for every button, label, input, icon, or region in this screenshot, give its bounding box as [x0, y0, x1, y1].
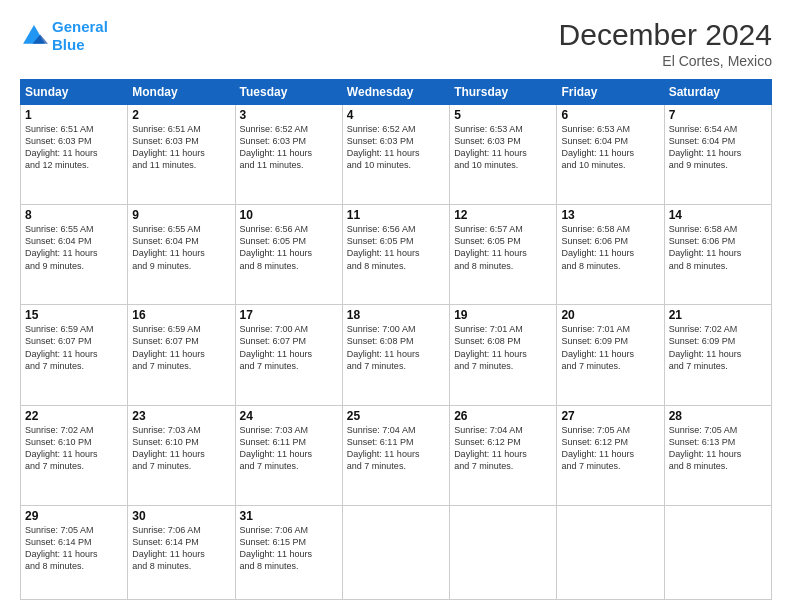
day-number: 15 — [25, 308, 123, 322]
day-number: 1 — [25, 108, 123, 122]
day-info: Sunrise: 7:05 AM Sunset: 6:12 PM Dayligh… — [561, 424, 659, 473]
day-info: Sunrise: 6:52 AM Sunset: 6:03 PM Dayligh… — [240, 123, 338, 172]
week-row-1: 1Sunrise: 6:51 AM Sunset: 6:03 PM Daylig… — [21, 105, 772, 205]
day-info: Sunrise: 7:03 AM Sunset: 6:11 PM Dayligh… — [240, 424, 338, 473]
day-number: 3 — [240, 108, 338, 122]
day-number: 28 — [669, 409, 767, 423]
column-header-sunday: Sunday — [21, 80, 128, 105]
day-number: 5 — [454, 108, 552, 122]
logo-icon — [20, 22, 48, 50]
day-number: 2 — [132, 108, 230, 122]
day-info: Sunrise: 7:06 AM Sunset: 6:15 PM Dayligh… — [240, 524, 338, 573]
day-info: Sunrise: 7:04 AM Sunset: 6:11 PM Dayligh… — [347, 424, 445, 473]
column-header-friday: Friday — [557, 80, 664, 105]
week-row-2: 8Sunrise: 6:55 AM Sunset: 6:04 PM Daylig… — [21, 205, 772, 305]
day-info: Sunrise: 6:53 AM Sunset: 6:03 PM Dayligh… — [454, 123, 552, 172]
day-info: Sunrise: 7:00 AM Sunset: 6:07 PM Dayligh… — [240, 323, 338, 372]
day-info: Sunrise: 7:02 AM Sunset: 6:10 PM Dayligh… — [25, 424, 123, 473]
day-number: 18 — [347, 308, 445, 322]
day-number: 11 — [347, 208, 445, 222]
page: General Blue December 2024 El Cortes, Me… — [0, 0, 792, 612]
day-info: Sunrise: 6:56 AM Sunset: 6:05 PM Dayligh… — [347, 223, 445, 272]
day-info: Sunrise: 7:02 AM Sunset: 6:09 PM Dayligh… — [669, 323, 767, 372]
day-info: Sunrise: 6:59 AM Sunset: 6:07 PM Dayligh… — [25, 323, 123, 372]
calendar-cell — [664, 505, 771, 599]
day-number: 19 — [454, 308, 552, 322]
calendar-cell — [342, 505, 449, 599]
day-info: Sunrise: 7:00 AM Sunset: 6:08 PM Dayligh… — [347, 323, 445, 372]
calendar-cell: 6Sunrise: 6:53 AM Sunset: 6:04 PM Daylig… — [557, 105, 664, 205]
day-number: 22 — [25, 409, 123, 423]
calendar-cell — [450, 505, 557, 599]
column-header-thursday: Thursday — [450, 80, 557, 105]
calendar-cell: 15Sunrise: 6:59 AM Sunset: 6:07 PM Dayli… — [21, 305, 128, 405]
day-number: 31 — [240, 509, 338, 523]
day-number: 30 — [132, 509, 230, 523]
calendar-cell: 24Sunrise: 7:03 AM Sunset: 6:11 PM Dayli… — [235, 405, 342, 505]
logo-text: General Blue — [52, 18, 108, 54]
day-number: 4 — [347, 108, 445, 122]
day-number: 6 — [561, 108, 659, 122]
calendar-title: December 2024 — [559, 18, 772, 51]
day-number: 9 — [132, 208, 230, 222]
calendar-cell: 11Sunrise: 6:56 AM Sunset: 6:05 PM Dayli… — [342, 205, 449, 305]
calendar-cell: 8Sunrise: 6:55 AM Sunset: 6:04 PM Daylig… — [21, 205, 128, 305]
calendar-cell: 5Sunrise: 6:53 AM Sunset: 6:03 PM Daylig… — [450, 105, 557, 205]
calendar-body: 1Sunrise: 6:51 AM Sunset: 6:03 PM Daylig… — [21, 105, 772, 600]
calendar-header-row: SundayMondayTuesdayWednesdayThursdayFrid… — [21, 80, 772, 105]
logo-line2: Blue — [52, 36, 85, 53]
calendar-cell: 19Sunrise: 7:01 AM Sunset: 6:08 PM Dayli… — [450, 305, 557, 405]
day-info: Sunrise: 6:52 AM Sunset: 6:03 PM Dayligh… — [347, 123, 445, 172]
day-info: Sunrise: 6:58 AM Sunset: 6:06 PM Dayligh… — [669, 223, 767, 272]
day-number: 25 — [347, 409, 445, 423]
calendar-cell: 7Sunrise: 6:54 AM Sunset: 6:04 PM Daylig… — [664, 105, 771, 205]
calendar-cell: 1Sunrise: 6:51 AM Sunset: 6:03 PM Daylig… — [21, 105, 128, 205]
column-header-tuesday: Tuesday — [235, 80, 342, 105]
day-info: Sunrise: 6:51 AM Sunset: 6:03 PM Dayligh… — [25, 123, 123, 172]
day-info: Sunrise: 6:55 AM Sunset: 6:04 PM Dayligh… — [132, 223, 230, 272]
calendar-cell: 10Sunrise: 6:56 AM Sunset: 6:05 PM Dayli… — [235, 205, 342, 305]
day-number: 7 — [669, 108, 767, 122]
calendar-cell: 17Sunrise: 7:00 AM Sunset: 6:07 PM Dayli… — [235, 305, 342, 405]
day-info: Sunrise: 6:55 AM Sunset: 6:04 PM Dayligh… — [25, 223, 123, 272]
calendar-cell: 22Sunrise: 7:02 AM Sunset: 6:10 PM Dayli… — [21, 405, 128, 505]
day-info: Sunrise: 7:01 AM Sunset: 6:08 PM Dayligh… — [454, 323, 552, 372]
calendar-cell: 23Sunrise: 7:03 AM Sunset: 6:10 PM Dayli… — [128, 405, 235, 505]
day-info: Sunrise: 7:05 AM Sunset: 6:13 PM Dayligh… — [669, 424, 767, 473]
day-number: 24 — [240, 409, 338, 423]
day-number: 12 — [454, 208, 552, 222]
calendar-cell: 2Sunrise: 6:51 AM Sunset: 6:03 PM Daylig… — [128, 105, 235, 205]
week-row-4: 22Sunrise: 7:02 AM Sunset: 6:10 PM Dayli… — [21, 405, 772, 505]
day-number: 20 — [561, 308, 659, 322]
day-number: 10 — [240, 208, 338, 222]
calendar-cell: 31Sunrise: 7:06 AM Sunset: 6:15 PM Dayli… — [235, 505, 342, 599]
day-info: Sunrise: 7:01 AM Sunset: 6:09 PM Dayligh… — [561, 323, 659, 372]
week-row-3: 15Sunrise: 6:59 AM Sunset: 6:07 PM Dayli… — [21, 305, 772, 405]
header: General Blue December 2024 El Cortes, Me… — [20, 18, 772, 69]
calendar-cell: 3Sunrise: 6:52 AM Sunset: 6:03 PM Daylig… — [235, 105, 342, 205]
day-number: 8 — [25, 208, 123, 222]
calendar-cell: 28Sunrise: 7:05 AM Sunset: 6:13 PM Dayli… — [664, 405, 771, 505]
day-info: Sunrise: 7:06 AM Sunset: 6:14 PM Dayligh… — [132, 524, 230, 573]
day-number: 16 — [132, 308, 230, 322]
day-info: Sunrise: 6:59 AM Sunset: 6:07 PM Dayligh… — [132, 323, 230, 372]
day-info: Sunrise: 6:53 AM Sunset: 6:04 PM Dayligh… — [561, 123, 659, 172]
day-number: 27 — [561, 409, 659, 423]
day-number: 14 — [669, 208, 767, 222]
day-info: Sunrise: 6:51 AM Sunset: 6:03 PM Dayligh… — [132, 123, 230, 172]
logo: General Blue — [20, 18, 108, 54]
column-header-saturday: Saturday — [664, 80, 771, 105]
day-info: Sunrise: 6:57 AM Sunset: 6:05 PM Dayligh… — [454, 223, 552, 272]
week-row-5: 29Sunrise: 7:05 AM Sunset: 6:14 PM Dayli… — [21, 505, 772, 599]
day-number: 29 — [25, 509, 123, 523]
calendar-cell: 18Sunrise: 7:00 AM Sunset: 6:08 PM Dayli… — [342, 305, 449, 405]
calendar-cell: 27Sunrise: 7:05 AM Sunset: 6:12 PM Dayli… — [557, 405, 664, 505]
calendar-cell: 30Sunrise: 7:06 AM Sunset: 6:14 PM Dayli… — [128, 505, 235, 599]
calendar-cell: 13Sunrise: 6:58 AM Sunset: 6:06 PM Dayli… — [557, 205, 664, 305]
day-info: Sunrise: 6:58 AM Sunset: 6:06 PM Dayligh… — [561, 223, 659, 272]
day-number: 13 — [561, 208, 659, 222]
calendar-cell: 21Sunrise: 7:02 AM Sunset: 6:09 PM Dayli… — [664, 305, 771, 405]
calendar-cell: 20Sunrise: 7:01 AM Sunset: 6:09 PM Dayli… — [557, 305, 664, 405]
day-info: Sunrise: 6:56 AM Sunset: 6:05 PM Dayligh… — [240, 223, 338, 272]
column-header-monday: Monday — [128, 80, 235, 105]
